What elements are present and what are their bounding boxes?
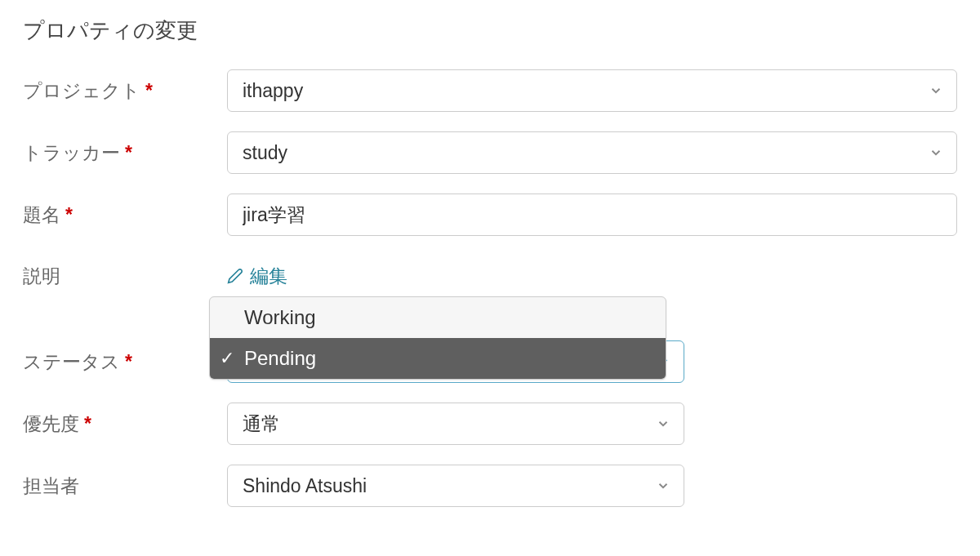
pencil-icon — [227, 268, 243, 284]
chevron-down-icon — [929, 145, 943, 160]
tracker-label-text: トラッカー — [23, 140, 120, 166]
tracker-select[interactable]: study — [227, 131, 957, 174]
project-label: プロジェクト * — [23, 78, 227, 104]
assignee-row: 担当者 Shindo Atsushi — [23, 465, 957, 507]
priority-value: 通常 — [243, 411, 280, 437]
tracker-value: study — [243, 142, 287, 164]
chevron-down-icon — [656, 478, 670, 493]
check-icon: ✓ — [220, 348, 234, 369]
status-option-label: Working — [244, 306, 316, 329]
description-label-text: 説明 — [23, 264, 60, 289]
assignee-value: Shindo Atsushi — [243, 475, 367, 497]
edit-description-text: 編集 — [250, 264, 287, 289]
description-row: 説明 編集 — [23, 256, 957, 296]
project-value: ithappy — [243, 80, 303, 102]
status-option-label: Pending — [244, 347, 316, 370]
status-label: ステータス * — [23, 349, 227, 375]
project-row: プロジェクト * ithappy — [23, 69, 957, 112]
project-label-text: プロジェクト — [23, 78, 140, 104]
priority-row: 優先度 * 通常 — [23, 403, 957, 445]
status-label-text: ステータス — [23, 349, 120, 375]
status-row: ステータス * Working ✓ Pending — [23, 340, 957, 383]
priority-label: 優先度 * — [23, 411, 227, 437]
status-option-working[interactable]: Working — [210, 297, 666, 338]
status-dropdown: Working ✓ Pending — [209, 296, 666, 380]
required-mark: * — [145, 80, 153, 102]
project-select[interactable]: ithappy — [227, 69, 957, 112]
required-mark: * — [84, 413, 91, 435]
edit-description-link[interactable]: 編集 — [227, 264, 287, 289]
assignee-select[interactable]: Shindo Atsushi — [227, 465, 684, 507]
chevron-down-icon — [929, 83, 943, 98]
subject-row: 題名 * — [23, 193, 957, 236]
tracker-label: トラッカー * — [23, 140, 227, 166]
assignee-label: 担当者 — [23, 474, 227, 499]
section-title: プロパティの変更 — [23, 16, 957, 45]
priority-label-text: 優先度 — [23, 411, 79, 437]
tracker-row: トラッカー * study — [23, 131, 957, 174]
subject-label-text: 題名 — [23, 202, 60, 228]
subject-label: 題名 * — [23, 202, 227, 228]
subject-input[interactable] — [227, 193, 957, 236]
description-label: 説明 — [23, 264, 227, 289]
required-mark: * — [125, 351, 132, 373]
required-mark: * — [65, 204, 73, 226]
chevron-down-icon — [656, 416, 670, 431]
status-option-pending[interactable]: ✓ Pending — [210, 338, 666, 379]
required-mark: * — [125, 142, 132, 164]
priority-select[interactable]: 通常 — [227, 403, 684, 445]
assignee-label-text: 担当者 — [23, 474, 79, 499]
